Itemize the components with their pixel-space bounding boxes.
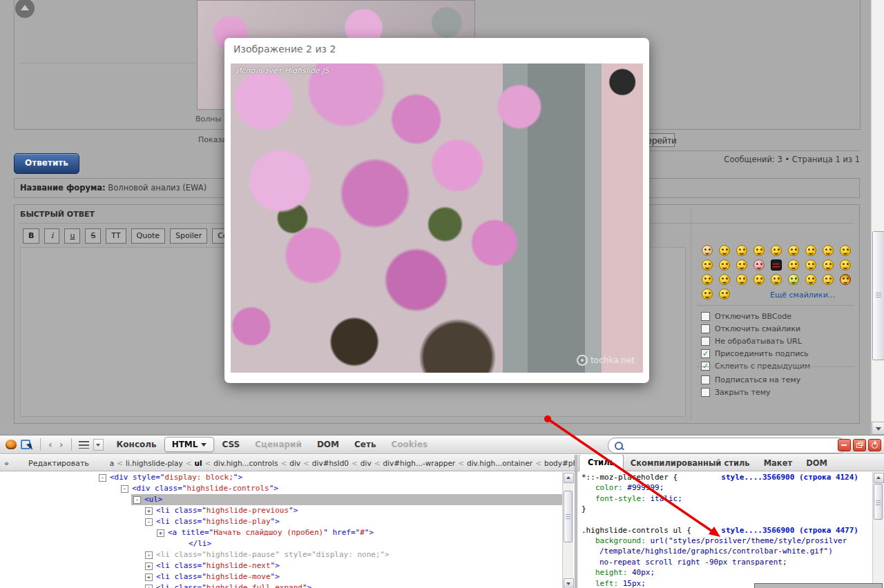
bbcode-button[interactable]: Spoiler [170,228,207,244]
smiley-icon[interactable] [771,245,782,256]
smiley-icon[interactable] [805,259,816,271]
breadcrumb-item[interactable]: div [289,459,300,467]
breadcrumb-item[interactable]: div.high...ontainer [467,459,532,467]
smiley-icon[interactable] [753,259,765,271]
expand-toggle-icon[interactable] [99,474,106,482]
smiley-icon[interactable] [771,259,782,271]
smiley-icon[interactable] [702,288,713,300]
smiley-icon[interactable] [719,245,730,256]
css-rule-line[interactable]: /template/highslide/graphics/controlbar-… [577,546,872,556]
breadcrumb-item[interactable]: body#php...iew [544,459,575,467]
forum-name-value[interactable]: Волновой анализ (EWA) [106,183,207,193]
panel-splitter[interactable] [575,455,577,588]
expand-toggle-icon[interactable] [145,551,153,559]
checkbox[interactable] [701,349,710,358]
smiley-icon[interactable] [753,274,765,285]
reply-button[interactable]: Ответить [14,153,79,174]
highslide-link[interactable]: Highslide JS [285,66,329,75]
style-source-link[interactable]: style....3566900 (строка 4477) [721,525,858,536]
search-box[interactable] [608,438,846,453]
lightbox-photo[interactable]: Использует Highslide JS tochka.net [231,63,643,373]
smiley-icon[interactable] [719,259,730,271]
css-rule-line[interactable]: color: #999999; [577,482,872,493]
expand-toggle-icon[interactable] [145,507,153,515]
firebug-icon[interactable] [6,440,17,449]
scrollbar-thumb[interactable] [874,484,883,520]
html-tree-line[interactable]: <li class="highslide-pause" style="displ… [0,549,562,560]
scrollbar-down-button[interactable] [872,422,884,435]
minimize-button[interactable] [838,439,851,451]
smiley-icon[interactable] [702,245,713,256]
html-tree-line[interactable]: <li class="highslide-play"> [0,516,562,527]
smiley-icon[interactable] [702,259,713,271]
firebug-tab[interactable]: CSS [214,437,247,452]
checkbox[interactable] [701,388,710,397]
expand-toggle-icon[interactable] [121,485,128,493]
smiley-icon[interactable] [719,274,730,285]
smiley-icon[interactable] [702,274,713,285]
style-panel-tab[interactable]: DOM [799,455,834,471]
back-button[interactable]: ‹ [45,439,56,450]
bbcode-button[interactable]: i [44,228,59,244]
smiley-icon[interactable] [788,259,799,271]
css-rule-line[interactable]: style....3566900 (строка 4124) *::-moz-p… [577,472,872,482]
checkbox[interactable] [701,375,710,384]
bbcode-button[interactable]: B [23,228,39,244]
scroll-up-button[interactable] [874,473,884,483]
firebug-tab[interactable]: DOM [309,437,347,452]
html-tree-line[interactable]: <div class="highslide-controls"> [0,483,562,494]
bbcode-button[interactable]: u [64,228,80,244]
css-rule-line[interactable]: no-repeat scroll right -90px transparent… [577,557,872,567]
html-tree-line[interactable]: <li class="highslide-previous"> [0,505,562,516]
smiley-icon[interactable] [840,245,851,256]
html-tree-line[interactable]: </li> [0,538,562,549]
css-rule-line[interactable]: } [577,504,872,514]
firebug-tab[interactable]: Cookies [384,437,436,452]
expand-toggle-icon[interactable] [157,529,164,537]
html-tree-line[interactable]: <a title="Начать слайдшоу (пробел)" href… [0,527,562,538]
css-rule-line[interactable]: height: 40px; [577,567,872,578]
bbcode-button[interactable]: S [85,228,101,244]
expand-toggle-icon[interactable] [145,574,153,581]
smiley-icon[interactable] [753,245,765,256]
css-rule-line[interactable]: font-style: italic; [577,493,872,504]
html-panel-scrollbar[interactable] [562,472,573,588]
firebug-tab[interactable]: Консоль [109,437,164,452]
scroll-down-button[interactable] [564,578,574,588]
smiley-icon[interactable] [823,274,834,285]
html-tree-line[interactable]: <li class="highslide-full-expand"> [0,582,562,588]
edit-button[interactable]: Редактировать [28,459,89,468]
menu-icon[interactable] [79,441,89,449]
expand-toggle-icon[interactable] [145,518,153,526]
swap-panels-icon[interactable]: ‹› [4,459,8,468]
power-off-button[interactable] [868,439,881,451]
smiley-icon[interactable] [823,245,834,256]
css-rule-line[interactable]: style....3566900 (строка 4477) .highslid… [577,525,872,536]
scrollbar-thumb[interactable] [872,231,884,360]
breadcrumb-item[interactable]: div#hsId0 [312,459,349,467]
html-tree-line[interactable]: <li class="highslide-move"> [0,571,562,582]
breadcrumb-item[interactable]: div.high...controls [213,459,278,467]
breadcrumb-item[interactable]: div [361,459,372,467]
smiley-icon[interactable] [719,288,730,300]
inspect-element-icon[interactable] [21,440,30,449]
smiley-icon[interactable] [771,274,782,285]
firebug-tab[interactable]: Сеть [347,437,384,452]
style-panel-tab[interactable]: Стиль [579,455,624,471]
breadcrumb-item[interactable]: li.highslide-play [126,459,183,467]
scroll-up-button[interactable] [564,473,574,483]
style-panel-tab[interactable]: Макет [757,455,799,471]
firebug-tab[interactable]: HTML [164,437,215,452]
more-smilies-link[interactable]: Ещё смайлики... [770,291,835,300]
checkbox[interactable] [701,324,710,333]
css-rule-line[interactable]: background: url("styles/prosilver/theme/… [577,536,872,546]
detach-window-button[interactable] [853,439,866,451]
checkbox[interactable] [701,312,710,321]
page-scrollbar[interactable] [871,0,884,435]
style-source-link[interactable]: style....3566900 (строка 4124) [721,472,858,482]
expand-toggle-icon[interactable] [145,562,153,570]
smiley-icon[interactable] [840,259,851,271]
firebug-tab[interactable]: Сценарий [247,437,309,452]
breadcrumb-item[interactable]: ul [194,459,202,467]
search-input[interactable] [623,442,845,450]
